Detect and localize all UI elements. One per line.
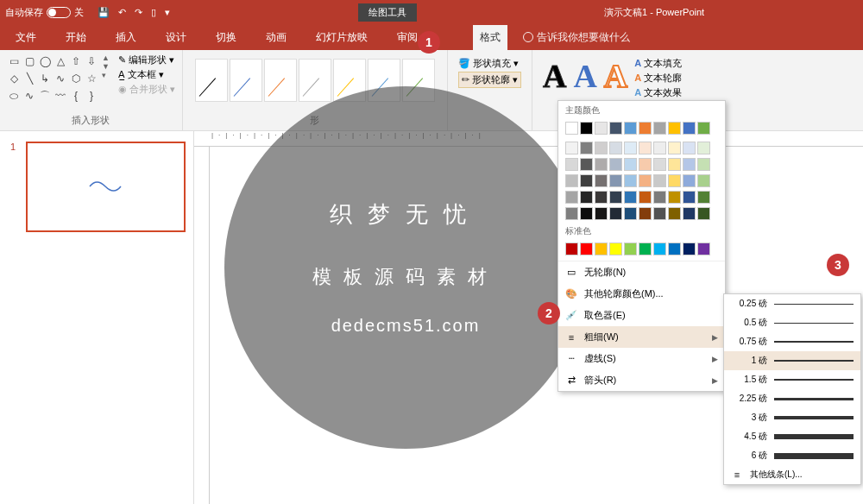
- no-outline-item[interactable]: ▭无轮廓(N): [558, 261, 725, 283]
- color-swatch[interactable]: [639, 142, 652, 154]
- color-swatch[interactable]: [653, 142, 666, 154]
- color-swatch[interactable]: [668, 142, 681, 154]
- color-swatch[interactable]: [580, 158, 593, 171]
- color-swatch[interactable]: [624, 207, 637, 220]
- color-swatch[interactable]: [697, 174, 710, 187]
- color-swatch[interactable]: [624, 174, 637, 187]
- color-swatch[interactable]: [595, 158, 608, 171]
- more-lines-item[interactable]: ≡其他线条(L)...: [724, 465, 860, 484]
- color-swatch[interactable]: [565, 122, 578, 135]
- color-swatch[interactable]: [697, 191, 710, 204]
- arrows-item[interactable]: ⇄箭头(R)▶: [558, 369, 725, 391]
- color-swatch[interactable]: [595, 243, 608, 255]
- color-swatch[interactable]: [595, 191, 608, 204]
- tab-design[interactable]: 设计: [159, 25, 193, 50]
- color-swatch[interactable]: [668, 158, 681, 171]
- color-swatch[interactable]: [639, 158, 652, 171]
- color-swatch[interactable]: [595, 122, 608, 135]
- start-from-beginning-icon[interactable]: ▯: [151, 7, 156, 18]
- color-swatch[interactable]: [624, 158, 637, 171]
- text-effects-button[interactable]: A 文本效果: [634, 86, 682, 99]
- color-swatch[interactable]: [668, 207, 681, 220]
- theme-shade-row[interactable]: [558, 140, 725, 156]
- weight-item[interactable]: ≡粗细(W)▶: [558, 326, 725, 348]
- color-swatch[interactable]: [624, 191, 637, 204]
- color-swatch[interactable]: [609, 191, 622, 204]
- save-icon[interactable]: 💾: [98, 7, 110, 18]
- weight-option[interactable]: 0.75 磅: [724, 332, 860, 351]
- theme-shade-row[interactable]: [558, 205, 725, 222]
- weight-option[interactable]: 4.5 磅: [724, 427, 860, 446]
- color-swatch[interactable]: [609, 207, 622, 220]
- tab-transitions[interactable]: 切换: [209, 25, 243, 50]
- tab-slideshow[interactable]: 幻灯片放映: [309, 25, 375, 50]
- color-swatch[interactable]: [609, 122, 622, 135]
- color-swatch[interactable]: [595, 142, 608, 154]
- wordart-style-2[interactable]: A: [573, 57, 596, 95]
- text-box-button[interactable]: A̲文本框 ▾: [118, 68, 175, 81]
- undo-icon[interactable]: ↶: [118, 7, 126, 18]
- theme-color-row[interactable]: [558, 120, 725, 136]
- color-swatch[interactable]: [697, 122, 710, 135]
- weight-option[interactable]: 0.5 磅: [724, 313, 860, 332]
- color-swatch[interactable]: [668, 174, 681, 187]
- wordart-style-3[interactable]: A: [604, 57, 627, 95]
- theme-shade-row[interactable]: [558, 156, 725, 173]
- color-swatch[interactable]: [565, 158, 578, 171]
- color-swatch[interactable]: [683, 174, 696, 187]
- standard-color-row[interactable]: [558, 241, 725, 257]
- color-swatch[interactable]: [668, 191, 681, 204]
- color-swatch[interactable]: [697, 142, 710, 154]
- color-swatch[interactable]: [639, 207, 652, 220]
- color-swatch[interactable]: [653, 207, 666, 220]
- color-swatch[interactable]: [565, 207, 578, 220]
- autosave-toggle[interactable]: 自动保存 关: [0, 6, 89, 19]
- edit-shape-button[interactable]: ✎编辑形状 ▾: [118, 54, 175, 66]
- color-swatch[interactable]: [595, 207, 608, 220]
- redo-icon[interactable]: ↷: [135, 7, 142, 18]
- shape-style-gallery[interactable]: [190, 54, 440, 107]
- text-fill-button[interactable]: A 文本填充: [634, 57, 682, 70]
- color-swatch[interactable]: [653, 243, 666, 255]
- wordart-style-1[interactable]: A: [543, 57, 566, 95]
- color-swatch[interactable]: [580, 174, 593, 187]
- tab-insert[interactable]: 插入: [109, 25, 143, 50]
- text-outline-button[interactable]: A 文本轮廓: [634, 72, 682, 85]
- color-swatch[interactable]: [609, 243, 622, 255]
- color-swatch[interactable]: [609, 158, 622, 171]
- color-swatch[interactable]: [565, 142, 578, 154]
- color-swatch[interactable]: [565, 243, 578, 255]
- shapes-gallery[interactable]: ▭▢◯△⇧⇩ ◇╲↳∿⬡☆ ⬭∿⌒〰{}: [7, 54, 98, 104]
- tab-animations[interactable]: 动画: [259, 25, 293, 50]
- color-swatch[interactable]: [595, 174, 608, 187]
- color-swatch[interactable]: [653, 158, 666, 171]
- theme-shade-row[interactable]: [558, 173, 725, 189]
- dashes-item[interactable]: ┄虚线(S)▶: [558, 348, 725, 369]
- color-swatch[interactable]: [683, 243, 696, 255]
- color-swatch[interactable]: [580, 191, 593, 204]
- qat-dropdown-icon[interactable]: ▾: [165, 7, 170, 18]
- color-swatch[interactable]: [639, 191, 652, 204]
- color-swatch[interactable]: [683, 207, 696, 220]
- color-swatch[interactable]: [609, 142, 622, 154]
- weight-option[interactable]: 1.5 磅: [724, 370, 860, 389]
- more-colors-item[interactable]: 🎨其他轮廓颜色(M)...: [558, 283, 725, 305]
- tab-file[interactable]: 文件: [9, 25, 43, 50]
- weight-option[interactable]: 0.25 磅: [724, 294, 860, 313]
- color-swatch[interactable]: [697, 243, 710, 255]
- tab-format[interactable]: 格式: [473, 25, 507, 50]
- weight-option[interactable]: 1 磅: [724, 351, 860, 370]
- eyedropper-item[interactable]: 💉取色器(E): [558, 305, 725, 326]
- color-swatch[interactable]: [683, 122, 696, 135]
- color-swatch[interactable]: [668, 243, 681, 255]
- color-swatch[interactable]: [624, 122, 637, 135]
- color-swatch[interactable]: [624, 243, 637, 255]
- color-swatch[interactable]: [683, 142, 696, 154]
- slide-thumbnail-1[interactable]: [26, 142, 186, 232]
- color-swatch[interactable]: [639, 174, 652, 187]
- color-swatch[interactable]: [580, 122, 593, 135]
- color-swatch[interactable]: [565, 191, 578, 204]
- color-swatch[interactable]: [639, 122, 652, 135]
- tell-me[interactable]: 告诉我你想要做什么: [523, 30, 630, 45]
- shape-outline-button[interactable]: ✏形状轮廓 ▾: [458, 72, 521, 88]
